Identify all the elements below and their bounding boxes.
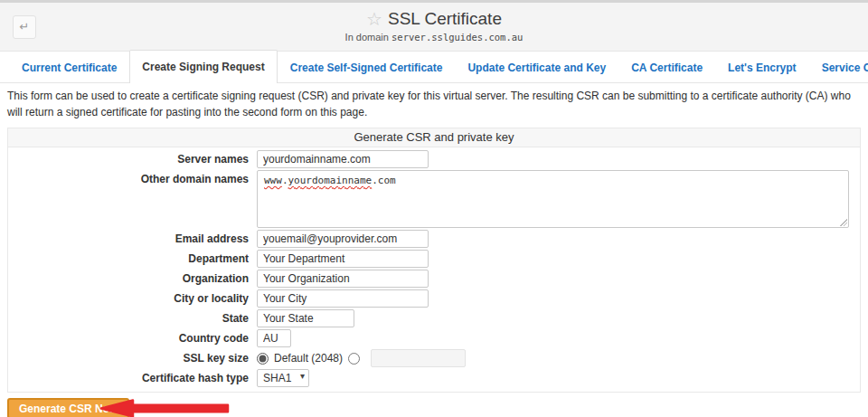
- city-input[interactable]: [257, 289, 429, 308]
- country-code-label: Country code: [8, 329, 257, 347]
- in-domain-line: In domain server.sslguides.com.au: [0, 32, 868, 43]
- page-title-row: ☆SSL Certificate: [0, 3, 868, 30]
- textarea-word: www: [264, 175, 282, 186]
- generate-csr-button[interactable]: Generate CSR Now: [7, 398, 129, 417]
- page-title: SSL Certificate: [388, 9, 502, 28]
- server-names-input[interactable]: [257, 150, 429, 168]
- domain-name: server.sslguides.com.au: [392, 32, 523, 43]
- panel-body: Server names Other domain names www.your…: [8, 147, 860, 392]
- tab-service-certificates[interactable]: Service Certificates: [809, 52, 868, 83]
- tab-lets-encrypt[interactable]: Let's Encrypt: [715, 52, 809, 83]
- key-size-custom-radio[interactable]: [348, 353, 360, 365]
- tab-update-certificate-and-key[interactable]: Update Certificate and Key: [455, 52, 618, 83]
- organization-row: Organization: [8, 270, 860, 288]
- key-size-custom-input[interactable]: [371, 349, 466, 367]
- country-code-input[interactable]: [257, 329, 291, 347]
- tab-create-signing-request[interactable]: Create Signing Request: [129, 50, 277, 83]
- organization-input[interactable]: [257, 270, 429, 288]
- state-label: State: [8, 309, 257, 327]
- email-row: Email address: [8, 230, 860, 248]
- tab-current-certificate[interactable]: Current Certificate: [9, 52, 129, 83]
- key-size-default-label: Default (2048): [274, 352, 343, 365]
- organization-label: Organization: [8, 270, 257, 288]
- other-domain-names-row: Other domain names www.yourdomainname.co…: [8, 170, 860, 228]
- textarea-word: yourdomainname: [288, 175, 373, 186]
- tab-ca-certificate[interactable]: CA Certificate: [618, 52, 715, 83]
- hash-type-row: Certificate hash type SHA1: [8, 369, 860, 387]
- back-button[interactable]: ↵: [13, 15, 36, 39]
- in-domain-label: In domain: [345, 32, 389, 43]
- form-description: This form can be used to create a certif…: [7, 88, 861, 120]
- department-label: Department: [8, 250, 257, 268]
- server-names-label: Server names: [8, 150, 257, 168]
- other-domain-names-textarea[interactable]: www.yourdomainname.com: [257, 170, 849, 228]
- key-size-default-radio[interactable]: [257, 353, 269, 365]
- page-header: ↵ ☆SSL Certificate In domain server.sslg…: [0, 3, 868, 52]
- state-input[interactable]: [257, 309, 354, 327]
- other-domain-names-label: Other domain names: [8, 170, 257, 188]
- email-label: Email address: [8, 230, 257, 248]
- state-row: State: [8, 309, 860, 327]
- ssl-key-size-row: SSL key size Default (2048): [8, 349, 860, 367]
- return-arrow-icon: ↵: [20, 20, 30, 33]
- ssl-key-size-label: SSL key size: [8, 349, 257, 367]
- tab-create-self-signed-certificate[interactable]: Create Self-Signed Certificate: [278, 52, 456, 83]
- csr-form-panel: Generate CSR and private key Server name…: [7, 128, 861, 393]
- tab-bar: Current Certificate Create Signing Reque…: [0, 52, 868, 83]
- submit-row: Generate CSR Now: [7, 398, 861, 417]
- city-label: City or locality: [8, 289, 257, 308]
- server-names-row: Server names: [8, 150, 860, 168]
- hash-type-select-wrap: SHA1: [257, 369, 309, 387]
- city-row: City or locality: [8, 289, 860, 308]
- email-input[interactable]: [257, 230, 429, 248]
- hash-type-select[interactable]: SHA1: [257, 369, 309, 387]
- panel-title: Generate CSR and private key: [8, 128, 860, 147]
- hash-type-label: Certificate hash type: [8, 369, 257, 387]
- ssl-certificate-page: ↵ ☆SSL Certificate In domain server.sslg…: [0, 0, 868, 417]
- department-row: Department: [8, 250, 860, 268]
- country-code-row: Country code: [8, 329, 860, 347]
- textarea-resize-grip[interactable]: [839, 218, 847, 226]
- department-input[interactable]: [257, 250, 429, 268]
- star-outline-icon[interactable]: ☆: [366, 9, 382, 29]
